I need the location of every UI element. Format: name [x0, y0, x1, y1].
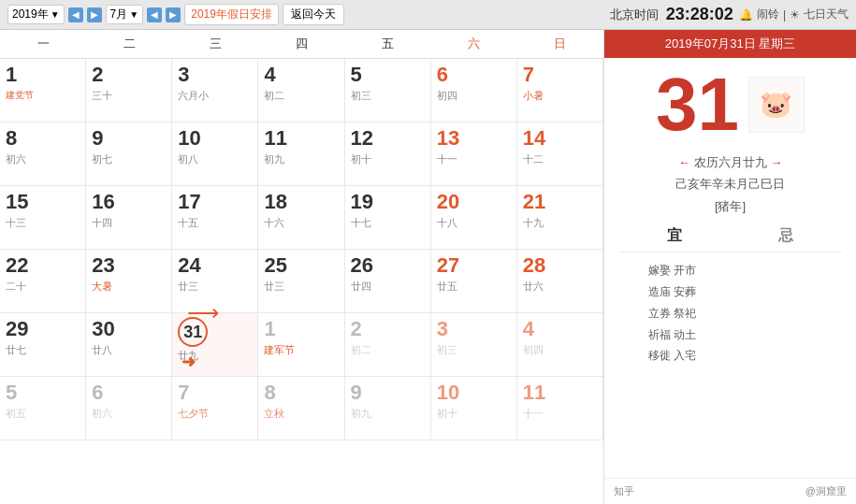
sun-icon: ☀	[790, 8, 800, 22]
day-num: 6	[92, 381, 166, 405]
cal-cell-aug-9[interactable]: 9 初九	[345, 377, 431, 440]
lunar-day: 初二	[351, 343, 425, 357]
cal-cell-aug-3[interactable]: 3 初三	[431, 313, 517, 377]
day-num: 20	[437, 190, 511, 214]
cal-cell-jul-14[interactable]: 14 十二	[517, 122, 603, 186]
right-header-text: 2019年07月31日 星期三	[665, 36, 795, 50]
day-num: 31	[178, 317, 208, 347]
lunar-day: 十三	[6, 216, 80, 230]
cal-cell-jul-19[interactable]: 19 十七	[345, 186, 431, 250]
holiday-arrange-btn[interactable]: 2019年假日安排	[184, 4, 279, 25]
day-header-thu: 四	[258, 30, 344, 58]
cal-cell-jul-29[interactable]: 29 廿七	[0, 313, 86, 377]
cal-cell-jul-20[interactable]: 20 十八	[431, 186, 517, 250]
lunar-day: 初六	[6, 152, 80, 166]
year-dropdown-icon[interactable]: ▼	[51, 9, 60, 20]
lunar-day: 初十	[351, 152, 425, 166]
cal-cell-jul-16[interactable]: 16 十四	[86, 186, 172, 250]
cal-cell-aug-1[interactable]: 1 建军节	[258, 313, 344, 377]
lunar-day: 初十	[437, 407, 511, 421]
cal-cell-jul-26[interactable]: 26 廿四	[345, 250, 431, 313]
lunar-day: 十二	[523, 152, 597, 166]
calendar-section: 一 二 三 四 五 六 日 1 建党节 2 三十	[0, 30, 603, 504]
cal-cell-jul-3[interactable]: 3 六月小	[172, 59, 258, 122]
cal-cell-aug-4[interactable]: 4 初四	[517, 313, 603, 377]
day-num: 2	[92, 63, 166, 87]
lunar-day: 立秋	[264, 407, 338, 421]
cal-cell-aug-5[interactable]: 5 初五	[0, 377, 86, 440]
return-today-btn[interactable]: 返回今天	[283, 4, 344, 25]
lunar-day: 七夕节	[178, 407, 252, 421]
cal-cell-jul-30[interactable]: 30 廿八	[86, 313, 172, 377]
cal-cell-jul-2[interactable]: 2 三十	[86, 59, 172, 122]
cal-cell-jul-9[interactable]: 9 初七	[86, 122, 172, 186]
lunar-day: 十六	[264, 216, 338, 230]
prev-year-btn[interactable]: ◀	[68, 7, 83, 22]
ganzhi-text: 己亥年辛未月己巳日	[623, 173, 837, 194]
cal-cell-jul-18[interactable]: 18 十六	[258, 186, 344, 250]
lunar-day: 十七	[351, 216, 425, 230]
day-num: 3	[437, 317, 511, 341]
cal-cell-jul-31-today[interactable]: 31 廿九 ➜	[172, 313, 258, 377]
cal-cell-jul-23[interactable]: 23 大暑	[86, 250, 172, 313]
lunar-day: 小暑	[523, 89, 597, 103]
lunar-day: 廿四	[351, 280, 425, 294]
cal-cell-aug-2[interactable]: 2 初二	[345, 313, 431, 377]
cal-cell-jul-6[interactable]: 6 初四	[431, 59, 517, 122]
alarm-icon[interactable]: 🔔	[739, 8, 753, 22]
cal-cell-jul-1[interactable]: 1 建党节	[0, 59, 86, 122]
cal-cell-jul-5[interactable]: 5 初三	[345, 59, 431, 122]
cal-cell-jul-25[interactable]: 25 廿三	[258, 250, 344, 313]
next-month-btn[interactable]: ▶	[166, 7, 181, 22]
day-num: 25	[264, 253, 338, 278]
day-num: 23	[92, 253, 166, 278]
lunar-day: 初二	[264, 89, 338, 103]
cal-cell-jul-28[interactable]: 28 廿六	[517, 250, 603, 313]
cal-cell-aug-11[interactable]: 11 十一	[517, 377, 603, 440]
ji-column	[735, 260, 843, 367]
app-container: 2019年 ▼ ◀ ▶ 7月 ▼ ◀ ▶ 2019年假日安排 返回今天 北京时间…	[0, 0, 856, 504]
cal-cell-jul-13[interactable]: 13 十一	[431, 122, 517, 186]
cal-cell-jul-21[interactable]: 21 十九	[517, 186, 603, 250]
day-num: 7	[178, 381, 252, 405]
day-num: 1	[6, 63, 80, 87]
day-num: 4	[523, 317, 597, 341]
cal-cell-jul-27[interactable]: 27 廿五	[431, 250, 517, 313]
cal-cell-jul-11[interactable]: 11 初九	[258, 122, 344, 186]
cal-cell-aug-8[interactable]: 8 立秋	[258, 377, 344, 440]
cal-cell-jul-8[interactable]: 8 初六	[0, 122, 86, 186]
month-selector[interactable]: 7月 ▼	[106, 5, 144, 24]
weather-area[interactable]: 🔔 闹铃 | ☀ 七日天气	[739, 7, 849, 22]
cal-cell-jul-22[interactable]: 22 二十	[0, 250, 86, 313]
zodiac-image: 🐷	[748, 77, 805, 133]
day-num: 11	[523, 381, 597, 405]
cal-cell-jul-10[interactable]: 10 初八	[172, 122, 258, 186]
yi-ji-section: 宜 忌 嫁娶 开市 造庙 安葬 立券 祭祀 祈福 动土 移徙 入宅	[604, 226, 856, 367]
cal-cell-jul-15[interactable]: 15 十三	[0, 186, 86, 250]
day-num: 1	[264, 317, 338, 341]
cal-cell-jul-17[interactable]: 17 十五	[172, 186, 258, 250]
yi-item-4: 祈福 动土	[618, 324, 726, 346]
cal-cell-jul-7[interactable]: 7 小暑	[517, 59, 603, 122]
lunar-day: 廿八	[92, 343, 166, 357]
big-date-area: 31 🐷	[604, 58, 856, 151]
lunar-day: 初四	[523, 343, 597, 357]
lunar-month-label: ← 农历六月廿九 →	[623, 151, 837, 173]
calendar-grid: 1 建党节 2 三十 3 六月小 4 初二	[0, 59, 603, 440]
cal-cell-aug-10[interactable]: 10 初十	[431, 377, 517, 440]
separator: |	[783, 8, 786, 22]
lunar-day: 建军节	[264, 343, 338, 357]
cal-cell-jul-12[interactable]: 12 初十	[345, 122, 431, 186]
year-selector[interactable]: 2019年 ▼	[7, 5, 65, 24]
yi-column: 嫁娶 开市 造庙 安葬 立券 祭祀 祈福 动土 移徙 入宅	[618, 260, 726, 367]
yi-item-5: 移徙 入宅	[618, 345, 726, 367]
cal-cell-jul-4[interactable]: 4 初二	[258, 59, 344, 122]
prev-month-btn[interactable]: ◀	[147, 7, 162, 22]
cal-cell-jul-24[interactable]: 24 廿三	[172, 250, 258, 313]
month-dropdown-icon[interactable]: ▼	[129, 9, 138, 20]
lunar-day: 初五	[6, 407, 80, 421]
cal-cell-aug-6[interactable]: 6 初六	[86, 377, 172, 440]
cal-cell-aug-7[interactable]: 7 七夕节	[172, 377, 258, 440]
next-year-btn[interactable]: ▶	[87, 7, 102, 22]
day-header-sat: 六	[431, 30, 517, 58]
